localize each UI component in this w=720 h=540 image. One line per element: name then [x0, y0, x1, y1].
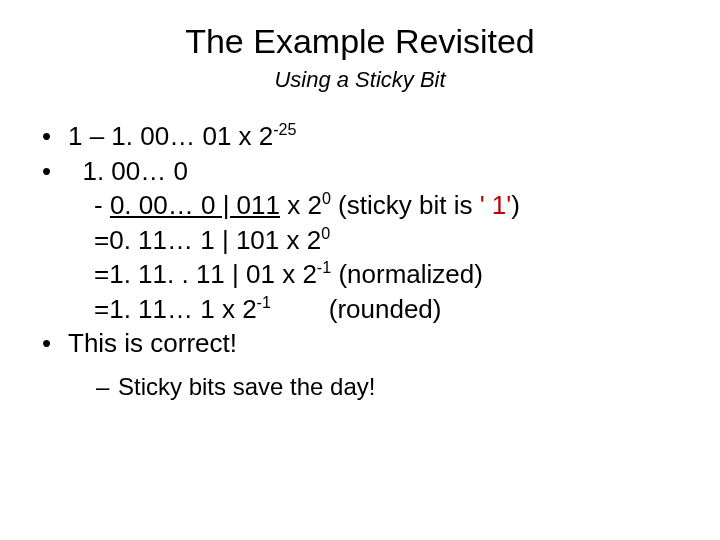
- line-sub3: =1. 11. . 11 | 01 x 2-1 (normalized): [68, 257, 680, 292]
- bullet-3-text: This is correct!: [68, 328, 237, 358]
- line-sub2: =0. 11… 1 | 101 x 20: [68, 223, 680, 258]
- c2-sup: 0: [321, 224, 330, 242]
- c1-underline: 0. 00… 0 | 011: [110, 190, 280, 220]
- c1-a: -: [94, 190, 110, 220]
- c4-b: (rounded): [271, 294, 442, 324]
- bullet-1-sup: -25: [273, 120, 296, 138]
- slide-title: The Example Revisited: [40, 22, 680, 61]
- slide: The Example Revisited Using a Sticky Bit…: [0, 0, 720, 540]
- line-sub1: - 0. 00… 0 | 011 x 20 (sticky bit is ' 1…: [68, 188, 680, 223]
- c1-c: (sticky bit is: [331, 190, 480, 220]
- c4-sup: -1: [257, 293, 271, 311]
- bullet-2: 1. 00… 0 - 0. 00… 0 | 011 x 20 (sticky b…: [42, 154, 680, 327]
- c2-a: =0. 11… 1 | 101 x 2: [94, 225, 321, 255]
- sub-bullet-1: Sticky bits save the day!: [96, 371, 680, 403]
- c4-a: =1. 11… 1 x 2: [94, 294, 257, 324]
- bullet-1-text-a: 1 – 1. 00… 01 x 2: [68, 121, 273, 151]
- bullet-list: 1 – 1. 00… 01 x 2-25 1. 00… 0 - 0. 00… 0…: [42, 119, 680, 403]
- bullet-1: 1 – 1. 00… 01 x 2-25: [42, 119, 680, 154]
- slide-subtitle: Using a Sticky Bit: [40, 67, 680, 93]
- c1-b: x 2: [280, 190, 322, 220]
- c3-a: =1. 11. . 11 | 01 x 2: [94, 259, 317, 289]
- sub-list: Sticky bits save the day!: [96, 371, 680, 403]
- c1-sup: 0: [322, 190, 331, 208]
- bullet-3: This is correct! Sticky bits save the da…: [42, 326, 680, 402]
- line-sub4: =1. 11… 1 x 2-1 (rounded): [68, 292, 680, 327]
- c1-d: ): [511, 190, 520, 220]
- bullet-2-text: 1. 00… 0: [68, 156, 188, 186]
- c1-red: ' 1': [480, 190, 512, 220]
- sub-bullet-1-text: Sticky bits save the day!: [118, 373, 375, 400]
- c3-b: (normalized): [331, 259, 483, 289]
- c3-sup: -1: [317, 259, 331, 277]
